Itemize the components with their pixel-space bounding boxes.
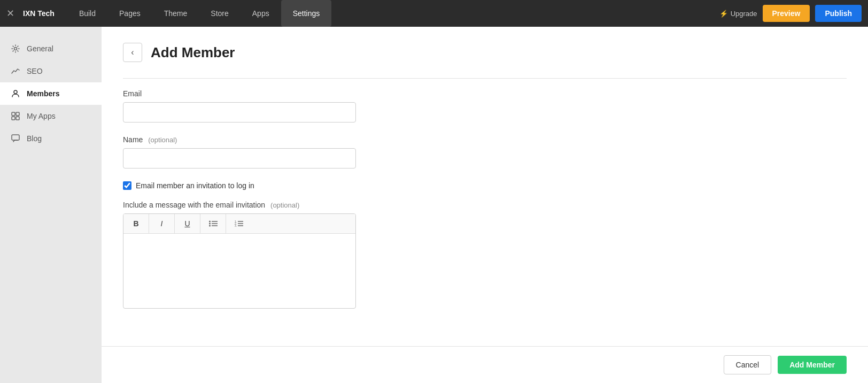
name-optional-label: (optional): [148, 136, 177, 144]
message-optional-label: (optional): [270, 201, 299, 209]
sidebar-seo-label: SEO: [27, 67, 43, 75]
svg-point-9: [209, 223, 211, 225]
toolbar-bold[interactable]: B: [123, 214, 149, 233]
nav-pages[interactable]: Pages: [107, 0, 152, 27]
svg-rect-4: [12, 117, 15, 120]
cancel-button[interactable]: Cancel: [724, 355, 772, 374]
nav-theme[interactable]: Theme: [152, 0, 199, 27]
svg-point-7: [209, 221, 211, 223]
sidebar-item-seo[interactable]: SEO: [0, 60, 102, 82]
main-panel: ‹ Add Member Email Name (optional): [102, 27, 868, 346]
message-editor[interactable]: [123, 234, 355, 306]
invitation-checkbox[interactable]: [123, 181, 131, 190]
rich-editor: B I U: [123, 213, 356, 309]
name-label: Name (optional): [123, 135, 847, 144]
message-label: Include a message with the email invitat…: [123, 201, 847, 209]
page-header: ‹ Add Member: [123, 43, 847, 62]
email-label: Email: [123, 89, 847, 98]
sidebar-members-label: Members: [27, 89, 59, 98]
message-group: Include a message with the email invitat…: [123, 201, 847, 309]
nav-links: Build Pages Theme Store Apps Settings: [67, 0, 719, 27]
apps-icon: [11, 111, 20, 121]
sidebar-general-label: General: [27, 44, 53, 53]
editor-toolbar: B I U: [123, 214, 355, 234]
add-member-button[interactable]: Add Member: [778, 356, 847, 374]
nav-build[interactable]: Build: [67, 0, 107, 27]
chart-icon: [11, 66, 20, 76]
nav-apps[interactable]: Apps: [241, 0, 281, 27]
topnav-right: ⚡ Upgrade Preview Publish: [719, 5, 862, 22]
bottom-bar: Cancel Add Member: [102, 346, 868, 383]
brand-name: IXN Tech: [23, 9, 55, 18]
name-group: Name (optional): [123, 135, 847, 168]
upgrade-link[interactable]: ⚡ Upgrade: [719, 10, 757, 18]
svg-point-1: [14, 90, 17, 94]
svg-text:3.: 3.: [235, 224, 237, 227]
nav-settings[interactable]: Settings: [281, 0, 332, 27]
invitation-checkbox-label: Email member an invitation to log in: [136, 181, 254, 190]
svg-rect-5: [16, 117, 19, 120]
toolbar-underline[interactable]: U: [175, 214, 200, 233]
name-field[interactable]: [123, 148, 356, 168]
topnav: ✕ IXN Tech Build Pages Theme Store Apps …: [0, 0, 868, 27]
sidebar-item-blog[interactable]: Blog: [0, 127, 102, 150]
gear-icon: [11, 44, 20, 53]
svg-point-0: [14, 48, 17, 50]
preview-button[interactable]: Preview: [763, 5, 810, 22]
invitation-checkbox-row: Email member an invitation to log in: [123, 181, 847, 190]
content-area: ‹ Add Member Email Name (optional): [102, 27, 868, 383]
sidebar-blog-label: Blog: [27, 134, 42, 143]
nav-store[interactable]: Store: [199, 0, 240, 27]
sidebar: General SEO Members: [0, 27, 102, 383]
close-button[interactable]: ✕: [6, 7, 14, 19]
chevron-left-icon: ‹: [131, 48, 134, 57]
header-divider: [123, 78, 847, 79]
svg-rect-2: [12, 112, 15, 116]
svg-point-11: [209, 225, 211, 227]
svg-rect-6: [12, 135, 19, 140]
sidebar-my-apps-label: My Apps: [27, 112, 56, 120]
email-group: Email: [123, 89, 847, 122]
back-button[interactable]: ‹: [123, 43, 142, 62]
comment-icon: [11, 134, 20, 143]
person-icon: [11, 89, 20, 98]
publish-button[interactable]: Publish: [815, 5, 862, 22]
toolbar-italic[interactable]: I: [149, 214, 175, 233]
sidebar-item-general[interactable]: General: [0, 37, 102, 60]
toolbar-unordered-list[interactable]: [200, 214, 226, 233]
toolbar-ordered-list[interactable]: 1. 2. 3.: [226, 214, 252, 233]
main-layout: General SEO Members: [0, 27, 868, 383]
page-title: Add Member: [151, 44, 235, 61]
bolt-icon: ⚡: [719, 10, 728, 18]
email-field[interactable]: [123, 102, 356, 122]
sidebar-item-members[interactable]: Members: [0, 82, 102, 105]
svg-rect-3: [16, 112, 19, 116]
sidebar-item-my-apps[interactable]: My Apps: [0, 105, 102, 127]
